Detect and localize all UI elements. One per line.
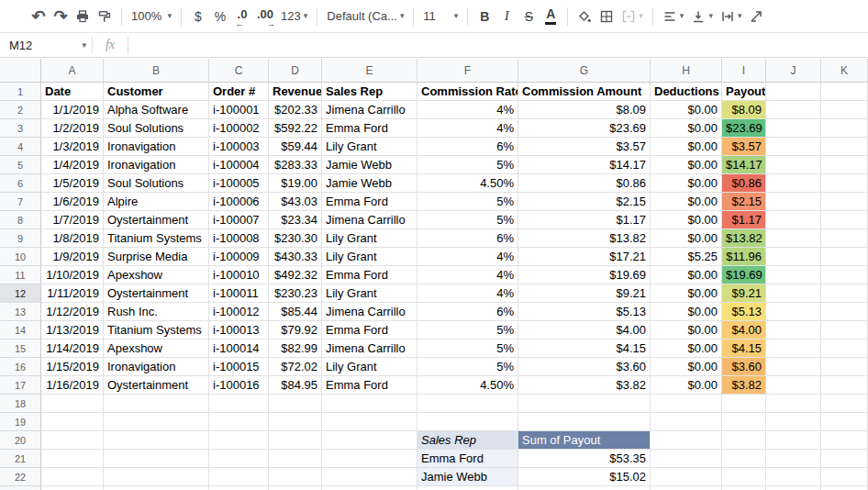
cell-J18[interactable] — [766, 395, 821, 413]
cell-K16[interactable] — [821, 358, 868, 376]
row-header-23[interactable]: 23 — [0, 486, 41, 490]
cell-D5[interactable]: $283.33 — [269, 156, 322, 174]
cell-H1[interactable]: Deductions — [651, 83, 722, 101]
increase-decimal-button[interactable]: .00→ — [253, 5, 277, 28]
cell-H12[interactable]: $0.00 — [651, 284, 722, 303]
row-header-10[interactable]: 10 — [0, 248, 41, 266]
cell-D20[interactable] — [269, 431, 322, 450]
row-header-18[interactable]: 18 — [0, 395, 41, 413]
cell-F2[interactable]: 4% — [417, 101, 518, 119]
cell-I17[interactable]: $3.82 — [722, 376, 766, 395]
cell-F7[interactable]: 5% — [417, 193, 518, 211]
cell-F3[interactable]: 4% — [417, 119, 518, 138]
formula-input[interactable] — [128, 33, 868, 57]
decrease-decimal-button[interactable]: .0← — [231, 5, 253, 28]
cell-G22[interactable]: $15.02 — [518, 468, 651, 486]
cell-K19[interactable] — [821, 413, 868, 431]
cell-J17[interactable] — [766, 376, 821, 395]
cell-E2[interactable]: Jimena Carrillo — [322, 101, 417, 119]
cell-D9[interactable]: $230.30 — [269, 229, 322, 248]
cell-B21[interactable] — [104, 450, 209, 468]
cell-E19[interactable] — [322, 413, 417, 431]
cell-C20[interactable] — [209, 431, 269, 450]
cell-E15[interactable]: Jimena Carrillo — [322, 340, 417, 358]
horizontal-align-button[interactable]: ▾ — [659, 5, 688, 28]
column-header-D[interactable]: D — [269, 59, 322, 83]
cell-D11[interactable]: $492.32 — [269, 266, 322, 284]
redo-button[interactable]: ↷ — [50, 5, 72, 28]
cell-C16[interactable]: i-100015 — [209, 358, 269, 376]
cell-A7[interactable]: 1/6/2019 — [41, 193, 104, 211]
row-header-13[interactable]: 13 — [0, 303, 41, 321]
row-header-12[interactable]: 12 — [0, 284, 41, 303]
row-header-6[interactable]: 6 — [0, 174, 41, 193]
cell-A16[interactable]: 1/15/2019 — [41, 358, 104, 376]
cell-K23[interactable] — [821, 486, 868, 490]
cell-F23[interactable] — [417, 486, 518, 490]
cell-I5[interactable]: $14.17 — [722, 156, 766, 174]
cell-G17[interactable]: $3.82 — [518, 376, 651, 395]
cell-C9[interactable]: i-100008 — [209, 229, 269, 248]
cell-C11[interactable]: i-100010 — [209, 266, 269, 284]
cell-J11[interactable] — [766, 266, 821, 284]
cell-F4[interactable]: 6% — [417, 138, 518, 156]
cell-F5[interactable]: 5% — [417, 156, 518, 174]
cell-B14[interactable]: Titanium Systems — [104, 321, 209, 340]
cell-A6[interactable]: 1/5/2019 — [41, 174, 104, 193]
row-header-21[interactable]: 21 — [0, 450, 41, 468]
cell-K3[interactable] — [821, 119, 868, 138]
cell-I20[interactable] — [722, 431, 766, 450]
cell-C21[interactable] — [209, 450, 269, 468]
cell-I4[interactable]: $3.57 — [722, 138, 766, 156]
cell-J22[interactable] — [766, 468, 821, 486]
column-header-J[interactable]: J — [766, 59, 821, 83]
cell-J20[interactable] — [766, 431, 821, 450]
cell-F19[interactable] — [417, 413, 518, 431]
cell-F18[interactable] — [417, 395, 518, 413]
cell-E3[interactable]: Emma Ford — [322, 119, 417, 138]
cell-F13[interactable]: 6% — [417, 303, 518, 321]
cell-I18[interactable] — [722, 395, 766, 413]
row-header-7[interactable]: 7 — [0, 193, 41, 211]
cell-B3[interactable]: Soul Solutions — [104, 119, 209, 138]
cell-I10[interactable]: $11.96 — [722, 248, 766, 266]
cell-C5[interactable]: i-100004 — [209, 156, 269, 174]
vertical-align-button[interactable]: ▾ — [687, 5, 717, 28]
cell-H4[interactable]: $0.00 — [651, 138, 722, 156]
text-color-button[interactable]: A — [540, 5, 562, 28]
cell-E8[interactable]: Jimena Carrillo — [322, 211, 417, 229]
cell-I22[interactable] — [722, 468, 766, 486]
cell-E23[interactable] — [322, 486, 417, 490]
bold-button[interactable]: B — [473, 5, 495, 28]
cell-H2[interactable]: $0.00 — [651, 101, 722, 119]
column-header-I[interactable]: I — [722, 59, 766, 83]
column-header-E[interactable]: E — [322, 59, 417, 83]
cell-K14[interactable] — [821, 321, 868, 340]
cell-E9[interactable]: Lily Grant — [322, 229, 417, 248]
cell-B15[interactable]: Apexshow — [104, 340, 209, 358]
cell-K2[interactable] — [821, 101, 868, 119]
strikethrough-button[interactable]: S — [517, 5, 540, 28]
cell-I6[interactable]: $0.86 — [722, 174, 766, 193]
cell-K22[interactable] — [821, 468, 868, 486]
cell-G4[interactable]: $3.57 — [518, 138, 651, 156]
merge-cells-button[interactable]: ▾ — [618, 5, 647, 28]
column-header-K[interactable]: K — [821, 59, 868, 83]
cell-D12[interactable]: $230.23 — [269, 284, 322, 303]
undo-button[interactable]: ↶ — [28, 5, 50, 28]
cell-G10[interactable]: $17.21 — [518, 248, 651, 266]
cell-A19[interactable] — [41, 413, 104, 431]
cell-J21[interactable] — [766, 450, 821, 468]
cell-C17[interactable]: i-100016 — [209, 376, 269, 395]
cell-D15[interactable]: $82.99 — [269, 340, 322, 358]
cell-E14[interactable]: Emma Ford — [322, 321, 417, 340]
cell-B7[interactable]: Alpire — [104, 193, 209, 211]
cell-I21[interactable] — [722, 450, 766, 468]
cell-E17[interactable]: Emma Ford — [322, 376, 417, 395]
cell-A21[interactable] — [41, 450, 104, 468]
cell-F15[interactable]: 5% — [417, 340, 518, 358]
cell-J19[interactable] — [766, 413, 821, 431]
cell-H13[interactable]: $0.00 — [651, 303, 722, 321]
cell-B18[interactable] — [104, 395, 209, 413]
cell-K4[interactable] — [821, 138, 868, 156]
